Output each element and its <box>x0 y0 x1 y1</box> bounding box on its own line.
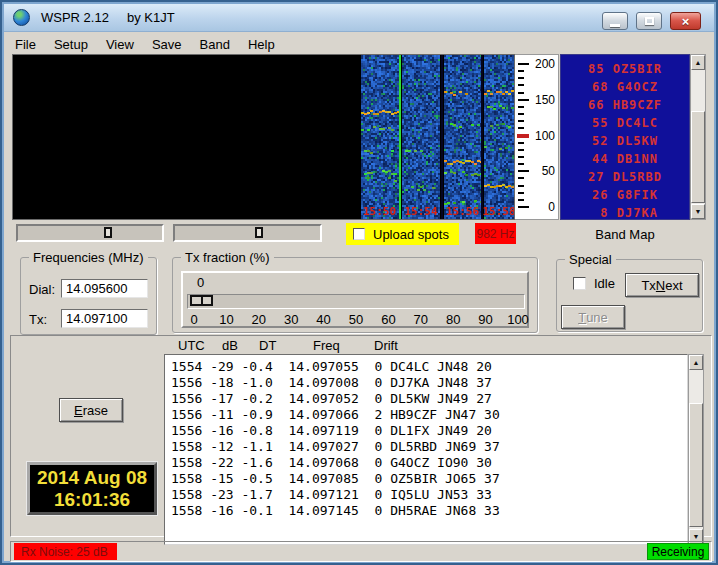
band-map-entry[interactable]: 26 G8FIK <box>561 186 689 204</box>
freq-marker-badge: 982 Hz <box>475 223 516 244</box>
window-byline: by K1JT <box>127 10 175 25</box>
decode-scrollbar[interactable]: ▲ ▼ <box>688 354 704 545</box>
menu-save[interactable]: Save <box>143 35 191 54</box>
band-map-caption: Band Map <box>560 227 690 242</box>
upload-spots-label: Upload spots <box>373 227 449 242</box>
band-map-entry[interactable]: 66 HB9CZF <box>561 96 689 114</box>
minor-tick <box>518 113 524 115</box>
tx-fraction-tick-20: 20 <box>252 312 266 327</box>
title-bar[interactable]: WSPR 2.12 by K1JT × <box>4 4 714 32</box>
decode-row: 1556 -17 -0.2 14.097052 0 DL5KW JN49 27 <box>171 391 687 407</box>
dial-frequency-input[interactable]: 14.095600 <box>61 279 148 298</box>
menu-file[interactable]: File <box>6 35 45 54</box>
scroll-up-button[interactable]: ▲ <box>691 55 705 70</box>
tx-frequency-input[interactable]: 14.097100 <box>61 309 148 328</box>
tx-fraction-slider[interactable] <box>187 294 525 309</box>
slider-handle[interactable] <box>255 227 263 238</box>
band-map-entry[interactable]: 44 DB1NN <box>561 150 689 168</box>
menu-help[interactable]: Help <box>239 35 284 54</box>
tx-fraction-tick-0: 0 <box>190 312 197 327</box>
column-header-dt: DT <box>259 338 276 353</box>
minor-tick <box>518 142 524 144</box>
band-map-entry[interactable]: 27 DL5RBD <box>561 168 689 186</box>
upload-spots-control[interactable]: Upload spots <box>346 223 459 245</box>
band-map-entry[interactable]: 8 DJ7KA <box>561 204 689 220</box>
menu-view[interactable]: View <box>97 35 143 54</box>
tx-fraction-tick-80: 80 <box>446 312 460 327</box>
clock-time: 16:01:36 <box>54 489 130 511</box>
minor-tick <box>518 92 524 94</box>
menu-band[interactable]: Band <box>191 35 239 54</box>
tx-fraction-tick-30: 30 <box>284 312 298 327</box>
minor-tick <box>518 199 524 201</box>
clock-date: 2014 Aug 08 <box>37 467 147 489</box>
waterfall-display[interactable] <box>12 54 515 220</box>
idle-label: Idle <box>594 276 615 291</box>
tune-button[interactable]: Tune <box>561 305 625 329</box>
decode-row: 1558 -23 -1.7 14.097121 0 IQ5LU JN53 33 <box>171 487 687 503</box>
menu-bar: FileSetupViewSaveBandHelp <box>6 34 712 54</box>
decode-row: 1554 -29 -0.4 14.097055 0 DC4LC JN48 20 <box>171 359 687 375</box>
column-header-db: dB <box>222 338 238 353</box>
minor-tick <box>518 77 524 79</box>
window-title: WSPR 2.12 <box>41 10 109 25</box>
scrollbar-thumb[interactable] <box>691 111 705 203</box>
arrow-down-icon: ▼ <box>693 533 700 540</box>
tx-fraction-group: Tx fraction (%) 0 0102030405060708090100 <box>172 257 538 333</box>
decode-row: 1558 -15 -0.5 14.097085 0 OZ5BIR JO65 37 <box>171 471 687 487</box>
scroll-down-button[interactable]: ▼ <box>691 204 705 219</box>
rx-freq-marker <box>517 134 529 138</box>
band-map-entry[interactable]: 52 DL5KW <box>561 132 689 150</box>
special-title: Special <box>565 252 616 267</box>
decode-row: 1556 -16 -0.8 14.097119 0 DL1FX JN49 20 <box>171 423 687 439</box>
decode-text-area[interactable]: 1554 -29 -0.4 14.097055 0 DC4LC JN48 201… <box>164 354 688 545</box>
minor-tick <box>518 185 524 187</box>
dial-label: Dial: <box>29 282 55 297</box>
app-globe-icon <box>13 9 30 26</box>
maximize-button[interactable] <box>636 12 662 30</box>
maximize-icon <box>645 17 654 25</box>
tx-fraction-handle[interactable] <box>190 295 213 306</box>
band-map-scrollbar[interactable]: ▲ ▼ <box>690 54 706 220</box>
band-map-entry[interactable]: 85 OZ5BIR <box>561 60 689 78</box>
frequencies-title: Frequencies (MHz) <box>29 250 148 265</box>
column-header-freq: Freq <box>313 338 340 353</box>
tx-fraction-tick-50: 50 <box>349 312 363 327</box>
erase-button[interactable]: Erase <box>59 398 123 422</box>
receiving-badge: Receiving <box>647 543 709 560</box>
tx-next-button[interactable]: Tx Next <box>625 273 699 297</box>
tx-fraction-title: Tx fraction (%) <box>181 250 274 265</box>
minimize-button[interactable] <box>602 12 628 30</box>
minor-tick <box>518 177 524 179</box>
band-map-entry[interactable]: 55 DC4LC <box>561 114 689 132</box>
waterfall-zero-slider[interactable] <box>173 224 322 242</box>
major-tick <box>518 170 529 172</box>
close-button[interactable]: × <box>670 12 701 30</box>
tx-label: Tx: <box>29 312 47 327</box>
minor-tick <box>518 70 524 72</box>
idle-checkbox[interactable] <box>573 277 586 290</box>
waterfall-gain-slider[interactable] <box>16 224 164 242</box>
close-icon: × <box>682 15 690 28</box>
minor-tick <box>518 149 524 151</box>
scroll-up-button[interactable]: ▲ <box>689 355 703 370</box>
window-controls: × <box>602 12 701 30</box>
minor-tick <box>518 163 524 165</box>
scale-label-0: 0 <box>530 200 555 214</box>
band-map-entry[interactable]: 68 G4OCZ <box>561 78 689 96</box>
upload-spots-checkbox[interactable] <box>353 228 365 240</box>
tx-fraction-value: 0 <box>197 275 204 290</box>
wspr-window: WSPR 2.12 by K1JT × FileSetupViewSaveBan… <box>0 0 718 565</box>
slider-handle[interactable] <box>104 227 112 238</box>
major-tick <box>518 206 529 208</box>
minor-tick <box>518 156 524 158</box>
minor-tick <box>518 120 524 122</box>
special-group: Special Idle Tx Next Tune <box>556 259 703 332</box>
menu-setup[interactable]: Setup <box>45 35 97 54</box>
minor-tick <box>518 127 524 129</box>
band-map-panel: 85 OZ5BIR68 G4OCZ66 HB9CZF55 DC4LC52 DL5… <box>560 54 690 220</box>
decode-row: 1556 -18 -1.0 14.097008 0 DJ7KA JN48 37 <box>171 375 687 391</box>
scrollbar-thumb[interactable] <box>689 403 703 527</box>
minor-tick <box>518 192 524 194</box>
minimize-icon <box>610 24 620 27</box>
